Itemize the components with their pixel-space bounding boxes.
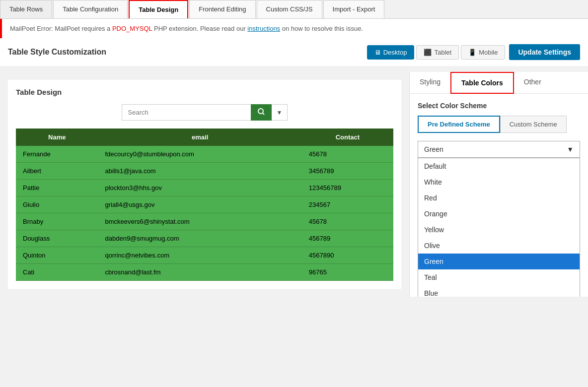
cell-contact: 123456789 bbox=[302, 180, 393, 196]
chevron-down-icon: ▼ bbox=[567, 145, 574, 153]
color-scheme-label: Select Color Scheme bbox=[418, 102, 580, 110]
tab-frontend-editing[interactable]: Frontend Editing bbox=[189, 0, 255, 18]
tab-styling[interactable]: Styling bbox=[410, 72, 450, 93]
table-row: Brnabybmckeevers6@shinystat.com45678 bbox=[16, 213, 393, 230]
custom-scheme-btn[interactable]: Custom Scheme bbox=[500, 116, 567, 133]
cell-contact: 4567890 bbox=[302, 247, 393, 264]
right-tabs: Styling Table Colors Other bbox=[410, 72, 588, 94]
error-middle: PHP extension. Please read our bbox=[152, 25, 247, 32]
error-highlight: PDO_MYSQL bbox=[112, 25, 152, 32]
color-dropdown[interactable]: Green ▼ DefaultWhiteRedOrangeYellowOlive… bbox=[418, 141, 580, 158]
search-dropdown-button[interactable]: ▼ bbox=[272, 104, 288, 121]
style-header: Table Style Customization 🖥 Desktop ⬛ Ta… bbox=[0, 38, 588, 66]
cell-contact: 234567 bbox=[302, 196, 393, 213]
error-suffix: on how to resolve this issue. bbox=[280, 25, 363, 32]
tab-table-rows[interactable]: Table Rows bbox=[0, 0, 52, 18]
cell-name: Brnaby bbox=[16, 213, 98, 230]
cell-email: fdecourcy0@stumbleupon.com bbox=[98, 146, 302, 163]
cell-contact: 456789 bbox=[302, 230, 393, 247]
col-email: email bbox=[98, 129, 302, 146]
cell-name: Ailbert bbox=[16, 163, 98, 180]
table-row: Caticbrosnand@last.fm96765 bbox=[16, 264, 393, 281]
error-link[interactable]: instructions bbox=[247, 25, 280, 32]
table-row: Douglassdabden9@smugmug.com456789 bbox=[16, 230, 393, 247]
table-row: Pattieplockton3@hhs.gov123456789 bbox=[16, 180, 393, 196]
color-option-blue[interactable]: Blue bbox=[418, 285, 580, 297]
color-option-teal[interactable]: Teal bbox=[418, 269, 580, 285]
top-nav: Table RowsTable ConfigurationTable Desig… bbox=[0, 0, 588, 19]
data-table: Name email Contact Fernandefdecourcy0@st… bbox=[16, 129, 393, 281]
table-row: Giuliogriall4@usgs.gov234567 bbox=[16, 196, 393, 213]
search-button[interactable] bbox=[251, 104, 272, 121]
cell-email: abills1@java.com bbox=[98, 163, 302, 180]
color-dropdown-list: DefaultWhiteRedOrangeYellowOliveGreenTea… bbox=[418, 158, 580, 297]
color-dropdown-selected[interactable]: Green ▼ bbox=[418, 141, 580, 158]
predefined-scheme-btn[interactable]: Pre Defined Scheme bbox=[418, 116, 500, 133]
cell-email: plockton3@hhs.gov bbox=[98, 180, 302, 196]
desktop-btn[interactable]: 🖥 Desktop bbox=[367, 45, 415, 60]
error-bar: MailPoet Error: MailPoet requires a PDO_… bbox=[0, 19, 588, 38]
cell-email: bmckeevers6@shinystat.com bbox=[98, 213, 302, 230]
tab-import-export[interactable]: Import - Export bbox=[323, 0, 385, 18]
view-buttons: 🖥 Desktop ⬛ Tablet 📱 Mobile bbox=[367, 45, 506, 60]
color-option-olive[interactable]: Olive bbox=[418, 238, 580, 254]
table-header-row: Name email Contact bbox=[16, 129, 393, 146]
color-option-green[interactable]: Green bbox=[418, 254, 580, 269]
color-option-red[interactable]: Red bbox=[418, 190, 580, 206]
table-row: Quintonqorrinc@netvibes.com4567890 bbox=[16, 247, 393, 264]
tab-table-design[interactable]: Table Design bbox=[129, 0, 188, 18]
cell-email: griall4@usgs.gov bbox=[98, 196, 302, 213]
color-option-orange[interactable]: Orange bbox=[418, 206, 580, 222]
cell-name: Pattie bbox=[16, 180, 98, 196]
table-design-section: Table Design ▼ Name email bbox=[8, 80, 401, 289]
tablet-btn[interactable]: ⬛ Tablet bbox=[416, 45, 459, 60]
color-option-default[interactable]: Default bbox=[418, 158, 580, 174]
svg-point-0 bbox=[258, 109, 263, 114]
color-option-yellow[interactable]: Yellow bbox=[418, 222, 580, 238]
style-header-title: Table Style Customization bbox=[8, 48, 106, 57]
cell-contact: 45678 bbox=[302, 146, 393, 163]
cell-name: Giulio bbox=[16, 196, 98, 213]
svg-line-1 bbox=[263, 113, 264, 115]
tab-table-configuration[interactable]: Table Configuration bbox=[53, 0, 128, 18]
left-panel: Table Design ▼ Name email bbox=[0, 72, 409, 297]
tab-table-colors[interactable]: Table Colors bbox=[450, 72, 514, 94]
cell-name: Cati bbox=[16, 264, 98, 281]
tab-custom-css-js[interactable]: Custom CSS/JS bbox=[257, 0, 322, 18]
col-contact: Contact bbox=[302, 129, 393, 146]
table-row: Fernandefdecourcy0@stumbleupon.com45678 bbox=[16, 146, 393, 163]
search-area: ▼ bbox=[16, 104, 393, 121]
search-input[interactable] bbox=[122, 104, 251, 121]
cell-name: Quinton bbox=[16, 247, 98, 264]
cell-contact: 3456789 bbox=[302, 163, 393, 180]
cell-email: dabden9@smugmug.com bbox=[98, 230, 302, 247]
table-row: Ailbertabills1@java.com3456789 bbox=[16, 163, 393, 180]
color-selected-value: Green bbox=[424, 145, 443, 153]
main-area: Table Design ▼ Name email bbox=[0, 72, 588, 297]
tab-other[interactable]: Other bbox=[514, 72, 551, 93]
mobile-btn[interactable]: 📱 Mobile bbox=[461, 45, 505, 60]
table-design-title: Table Design bbox=[16, 88, 393, 96]
search-icon bbox=[258, 108, 265, 115]
right-panel: Styling Table Colors Other Select Color … bbox=[409, 72, 588, 297]
color-option-white[interactable]: White bbox=[418, 174, 580, 190]
cell-name: Fernande bbox=[16, 146, 98, 163]
cell-email: qorrinc@netvibes.com bbox=[98, 247, 302, 264]
cell-contact: 96765 bbox=[302, 264, 393, 281]
cell-contact: 45678 bbox=[302, 213, 393, 230]
col-name: Name bbox=[16, 129, 98, 146]
scheme-buttons: Pre Defined Scheme Custom Scheme bbox=[418, 116, 580, 133]
right-content: Select Color Scheme Pre Defined Scheme C… bbox=[410, 94, 588, 166]
cell-name: Douglass bbox=[16, 230, 98, 247]
cell-email: cbrosnand@last.fm bbox=[98, 264, 302, 281]
error-prefix: MailPoet Error: MailPoet requires a bbox=[10, 25, 112, 32]
update-settings-button[interactable]: Update Settings bbox=[509, 44, 580, 60]
